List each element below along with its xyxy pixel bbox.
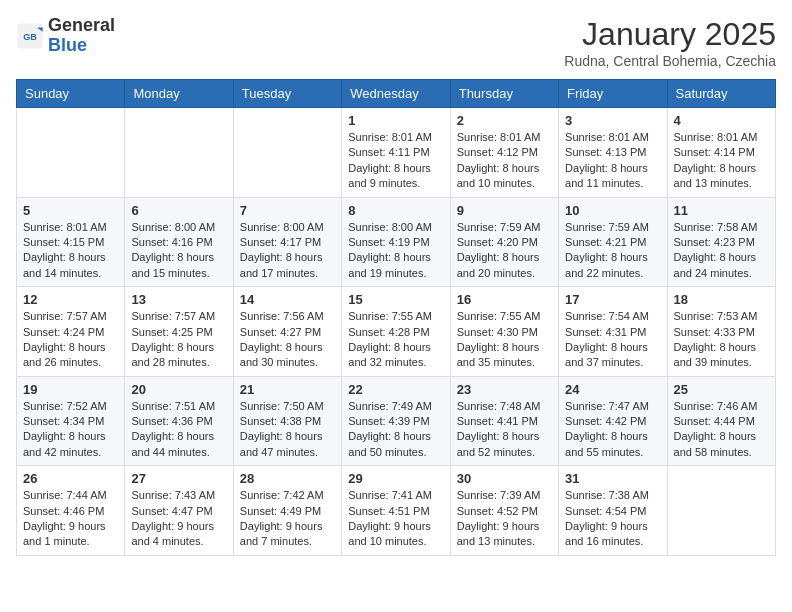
logo-icon: GB bbox=[16, 22, 44, 50]
day-number: 11 bbox=[674, 203, 769, 218]
day-info: Sunset: 4:47 PM bbox=[131, 504, 226, 519]
title-block: January 2025 Rudna, Central Bohemia, Cze… bbox=[564, 16, 776, 69]
day-number: 6 bbox=[131, 203, 226, 218]
logo: GB General Blue bbox=[16, 16, 115, 56]
day-info: Daylight: 8 hours and 24 minutes. bbox=[674, 250, 769, 281]
calendar-cell: 4Sunrise: 8:01 AMSunset: 4:14 PMDaylight… bbox=[667, 108, 775, 198]
day-info: Sunset: 4:13 PM bbox=[565, 145, 660, 160]
day-number: 18 bbox=[674, 292, 769, 307]
weekday-header: Sunday bbox=[17, 80, 125, 108]
day-info: Sunset: 4:11 PM bbox=[348, 145, 443, 160]
day-info: Daylight: 8 hours and 50 minutes. bbox=[348, 429, 443, 460]
day-info: Sunrise: 7:38 AM bbox=[565, 488, 660, 503]
day-info: Sunrise: 8:00 AM bbox=[348, 220, 443, 235]
day-number: 14 bbox=[240, 292, 335, 307]
day-number: 30 bbox=[457, 471, 552, 486]
day-info: Sunset: 4:30 PM bbox=[457, 325, 552, 340]
calendar-cell: 7Sunrise: 8:00 AMSunset: 4:17 PMDaylight… bbox=[233, 197, 341, 287]
calendar-cell: 24Sunrise: 7:47 AMSunset: 4:42 PMDayligh… bbox=[559, 376, 667, 466]
day-info: Sunrise: 7:52 AM bbox=[23, 399, 118, 414]
day-info: Sunrise: 7:53 AM bbox=[674, 309, 769, 324]
day-info: Sunrise: 8:00 AM bbox=[240, 220, 335, 235]
day-info: Daylight: 8 hours and 52 minutes. bbox=[457, 429, 552, 460]
day-number: 4 bbox=[674, 113, 769, 128]
day-info: Sunset: 4:36 PM bbox=[131, 414, 226, 429]
day-number: 10 bbox=[565, 203, 660, 218]
calendar-table: SundayMondayTuesdayWednesdayThursdayFrid… bbox=[16, 79, 776, 556]
day-info: Sunrise: 7:57 AM bbox=[23, 309, 118, 324]
day-info: Daylight: 8 hours and 26 minutes. bbox=[23, 340, 118, 371]
day-info: Daylight: 8 hours and 44 minutes. bbox=[131, 429, 226, 460]
day-info: Sunset: 4:31 PM bbox=[565, 325, 660, 340]
calendar-cell: 14Sunrise: 7:56 AMSunset: 4:27 PMDayligh… bbox=[233, 287, 341, 377]
calendar-cell bbox=[17, 108, 125, 198]
calendar-cell: 20Sunrise: 7:51 AMSunset: 4:36 PMDayligh… bbox=[125, 376, 233, 466]
day-info: Sunrise: 7:46 AM bbox=[674, 399, 769, 414]
day-info: Daylight: 8 hours and 39 minutes. bbox=[674, 340, 769, 371]
day-info: Daylight: 8 hours and 17 minutes. bbox=[240, 250, 335, 281]
day-number: 2 bbox=[457, 113, 552, 128]
day-info: Daylight: 8 hours and 35 minutes. bbox=[457, 340, 552, 371]
day-number: 1 bbox=[348, 113, 443, 128]
day-info: Sunrise: 7:55 AM bbox=[457, 309, 552, 324]
day-info: Sunrise: 7:48 AM bbox=[457, 399, 552, 414]
weekday-header: Monday bbox=[125, 80, 233, 108]
day-info: Daylight: 8 hours and 47 minutes. bbox=[240, 429, 335, 460]
month-title: January 2025 bbox=[564, 16, 776, 53]
day-number: 28 bbox=[240, 471, 335, 486]
day-info: Sunset: 4:16 PM bbox=[131, 235, 226, 250]
logo-blue: Blue bbox=[48, 36, 115, 56]
day-info: Daylight: 8 hours and 55 minutes. bbox=[565, 429, 660, 460]
day-number: 19 bbox=[23, 382, 118, 397]
calendar-cell: 11Sunrise: 7:58 AMSunset: 4:23 PMDayligh… bbox=[667, 197, 775, 287]
day-info: Sunrise: 7:44 AM bbox=[23, 488, 118, 503]
day-info: Daylight: 9 hours and 10 minutes. bbox=[348, 519, 443, 550]
day-number: 16 bbox=[457, 292, 552, 307]
calendar-cell: 27Sunrise: 7:43 AMSunset: 4:47 PMDayligh… bbox=[125, 466, 233, 556]
day-info: Sunrise: 7:59 AM bbox=[565, 220, 660, 235]
day-info: Sunset: 4:39 PM bbox=[348, 414, 443, 429]
day-info: Sunset: 4:14 PM bbox=[674, 145, 769, 160]
day-number: 29 bbox=[348, 471, 443, 486]
day-number: 12 bbox=[23, 292, 118, 307]
day-info: Sunset: 4:54 PM bbox=[565, 504, 660, 519]
day-info: Sunset: 4:21 PM bbox=[565, 235, 660, 250]
calendar-cell: 26Sunrise: 7:44 AMSunset: 4:46 PMDayligh… bbox=[17, 466, 125, 556]
calendar-cell: 12Sunrise: 7:57 AMSunset: 4:24 PMDayligh… bbox=[17, 287, 125, 377]
calendar-cell: 2Sunrise: 8:01 AMSunset: 4:12 PMDaylight… bbox=[450, 108, 558, 198]
location: Rudna, Central Bohemia, Czechia bbox=[564, 53, 776, 69]
day-info: Sunset: 4:38 PM bbox=[240, 414, 335, 429]
day-info: Sunset: 4:33 PM bbox=[674, 325, 769, 340]
day-info: Daylight: 8 hours and 14 minutes. bbox=[23, 250, 118, 281]
calendar-cell: 10Sunrise: 7:59 AMSunset: 4:21 PMDayligh… bbox=[559, 197, 667, 287]
logo-text: General Blue bbox=[48, 16, 115, 56]
day-number: 20 bbox=[131, 382, 226, 397]
day-info: Sunrise: 8:01 AM bbox=[348, 130, 443, 145]
calendar-cell: 23Sunrise: 7:48 AMSunset: 4:41 PMDayligh… bbox=[450, 376, 558, 466]
day-info: Daylight: 8 hours and 19 minutes. bbox=[348, 250, 443, 281]
day-info: Daylight: 8 hours and 15 minutes. bbox=[131, 250, 226, 281]
day-info: Daylight: 8 hours and 28 minutes. bbox=[131, 340, 226, 371]
day-info: Daylight: 9 hours and 4 minutes. bbox=[131, 519, 226, 550]
calendar-cell: 19Sunrise: 7:52 AMSunset: 4:34 PMDayligh… bbox=[17, 376, 125, 466]
day-info: Sunset: 4:34 PM bbox=[23, 414, 118, 429]
day-info: Sunrise: 7:43 AM bbox=[131, 488, 226, 503]
calendar-cell: 29Sunrise: 7:41 AMSunset: 4:51 PMDayligh… bbox=[342, 466, 450, 556]
svg-text:GB: GB bbox=[23, 32, 37, 42]
day-info: Daylight: 9 hours and 7 minutes. bbox=[240, 519, 335, 550]
weekday-header: Thursday bbox=[450, 80, 558, 108]
day-number: 21 bbox=[240, 382, 335, 397]
day-info: Sunrise: 8:00 AM bbox=[131, 220, 226, 235]
day-info: Sunrise: 7:57 AM bbox=[131, 309, 226, 324]
day-info: Sunrise: 7:42 AM bbox=[240, 488, 335, 503]
weekday-header: Tuesday bbox=[233, 80, 341, 108]
calendar-cell bbox=[233, 108, 341, 198]
day-info: Daylight: 9 hours and 1 minute. bbox=[23, 519, 118, 550]
weekday-header: Friday bbox=[559, 80, 667, 108]
day-info: Sunset: 4:28 PM bbox=[348, 325, 443, 340]
day-info: Sunset: 4:23 PM bbox=[674, 235, 769, 250]
day-info: Sunrise: 7:39 AM bbox=[457, 488, 552, 503]
day-info: Sunset: 4:44 PM bbox=[674, 414, 769, 429]
page-header: GB General Blue January 2025 Rudna, Cent… bbox=[16, 16, 776, 69]
day-info: Sunrise: 7:51 AM bbox=[131, 399, 226, 414]
